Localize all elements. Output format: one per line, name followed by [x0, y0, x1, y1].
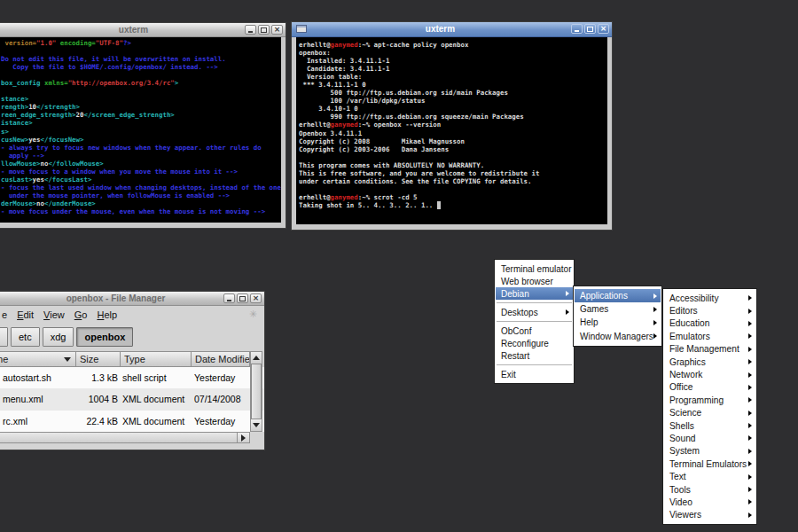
menu-item-desktops[interactable]: Desktops	[496, 306, 573, 318]
vim-window-titlebar[interactable]: uxterm ×	[0, 23, 286, 37]
vertical-scrollbar[interactable]	[250, 351, 262, 432]
menu-item-help[interactable]: Help	[575, 316, 661, 329]
menu-item-web-browser[interactable]: Web browser	[496, 275, 573, 287]
terminal-text-segment: istance>	[1, 119, 33, 127]
terminal-text-segment: no	[36, 200, 44, 207]
menu-item-label: Education	[669, 318, 709, 328]
menu-item-education[interactable]: Education	[664, 317, 755, 330]
menu-item-system[interactable]: System	[664, 445, 755, 458]
menu-item-applications[interactable]: Applications	[575, 289, 661, 302]
path-button-root[interactable]	[0, 327, 8, 347]
horizontal-scrollbar-thumb[interactable]	[0, 433, 239, 442]
terminal-text-segment: llowMouse>	[1, 160, 41, 168]
menu-item-exit[interactable]: Exit	[496, 368, 573, 380]
file-name: menu.xml	[0, 394, 76, 404]
menu-item-label: Video	[669, 497, 692, 507]
terminal-line: istance>	[1, 119, 281, 127]
scroll-down-button[interactable]	[251, 419, 262, 431]
terminal-text-segment: cusNew>	[1, 136, 28, 144]
terminal-line: Candidate: 3.4.11.1-1	[299, 65, 607, 73]
menu-item-editors[interactable]: Editors	[664, 304, 755, 317]
terminal-line: This is free software, and you are welco…	[299, 169, 607, 177]
terminal-window-titlebar[interactable]: uxterm ×	[292, 22, 612, 37]
file-manager-window: openbox - File Manager × eEditViewGoHelp…	[0, 291, 265, 450]
menu-item-terminal-emulator[interactable]: Terminal emulator	[496, 262, 573, 275]
minimize-button[interactable]	[571, 24, 583, 34]
menu-item-label: Office	[669, 382, 692, 392]
column-header-type[interactable]: Type	[121, 351, 192, 367]
column-header-ame[interactable]: ame	[0, 351, 76, 367]
menu-separator	[496, 318, 573, 325]
file-row-rc-xml[interactable]: rc.xml22.4 kBXML documentYesterday	[0, 411, 264, 432]
menubar-item-help[interactable]: Help	[97, 309, 117, 320]
shell-terminal-content[interactable]: erhellt@ganymed:~% apt-cache policy open…	[296, 37, 607, 224]
maximize-icon	[261, 27, 267, 33]
file-size: 1.3 kB	[76, 372, 121, 383]
file-row-menu-xml[interactable]: menu.xml1004 BXML document07/14/2008	[0, 388, 264, 410]
menubar-item-e[interactable]: e	[2, 309, 7, 320]
menu-item-programming[interactable]: Programming	[664, 394, 755, 406]
menu-item-office[interactable]: Office	[664, 381, 755, 394]
menu-item-video[interactable]: Video	[664, 496, 755, 508]
menu-item-games[interactable]: Games	[575, 302, 661, 316]
menu-item-accessibility[interactable]: Accessibility	[664, 292, 755, 304]
file-manager-titlebar[interactable]: openbox - File Manager ×	[0, 292, 264, 306]
menu-item-file-management[interactable]: File Management	[664, 343, 755, 356]
menubar-item-view[interactable]: View	[43, 309, 65, 320]
menu-item-science[interactable]: Science	[664, 407, 755, 419]
menubar-item-go[interactable]: Go	[74, 309, 88, 320]
column-header-date-modifie[interactable]: Date Modifie	[192, 351, 250, 367]
menu-item-shells[interactable]: Shells	[664, 419, 755, 432]
menu-item-obconf[interactable]: ObConf	[496, 325, 573, 337]
scroll-up-button[interactable]	[251, 352, 262, 364]
menu-item-window-managers[interactable]: Window Managers	[575, 330, 661, 343]
minimize-button[interactable]	[223, 293, 235, 303]
close-button[interactable]: ×	[598, 24, 609, 34]
terminal-text-segment: reen_edge_strength>	[1, 111, 76, 119]
close-button[interactable]: ×	[250, 293, 262, 303]
vertical-scrollbar-thumb[interactable]	[251, 364, 262, 419]
close-button[interactable]: ×	[271, 25, 283, 35]
menu-item-tools[interactable]: Tools	[664, 483, 755, 496]
path-button-xdg[interactable]: xdg	[43, 327, 74, 347]
menu-item-emulators[interactable]: Emulators	[664, 330, 755, 342]
menu-item-viewers[interactable]: Viewers	[664, 509, 755, 521]
terminal-line: stance>	[1, 95, 281, 103]
terminal-text-segment: under certain conditions. See the file C…	[299, 177, 532, 185]
terminal-text-segment: Copyright (c) 2003-2006 Dana Jansens	[299, 145, 449, 153]
terminal-text-segment: </underMouse>	[44, 200, 96, 207]
vim-editor-content[interactable]: version="1.0" encoding="UTF-8"?> Do not …	[0, 37, 281, 223]
maximize-button[interactable]	[584, 24, 596, 34]
menu-item-terminal-emulators[interactable]: Terminal Emulators	[664, 458, 755, 470]
menu-item-sound[interactable]: Sound	[664, 432, 755, 444]
horizontal-scrollbar[interactable]	[0, 432, 250, 443]
terminal-line: rength>10</strength>	[1, 103, 281, 111]
terminal-text-segment: "1.0"	[36, 39, 56, 47]
debian-submenu: ApplicationsGamesHelpWindow Managers	[573, 286, 662, 347]
menu-item-restart[interactable]: Restart	[496, 349, 573, 362]
menu-item-debian[interactable]: Debian	[496, 287, 573, 300]
scroll-right-button[interactable]	[237, 433, 249, 442]
path-button-etc[interactable]: etc	[11, 327, 40, 347]
path-button-openbox[interactable]: openbox	[76, 327, 133, 347]
close-icon: ×	[600, 25, 607, 33]
menu-item-label: Web browser	[501, 277, 553, 286]
sort-descending-icon	[64, 357, 71, 362]
file-name: rc.xml	[0, 416, 76, 426]
terminal-text-segment: Do not edit this file, it will be overwr…	[1, 55, 226, 63]
menu-item-text[interactable]: Text	[664, 470, 755, 482]
maximize-button[interactable]	[258, 25, 270, 35]
menubar-item-edit[interactable]: Edit	[17, 309, 34, 320]
column-header-size[interactable]: Size	[76, 351, 121, 367]
terminal-text-segment: ganymed	[331, 41, 358, 49]
menu-item-label: Graphics	[669, 357, 706, 367]
file-type: XML document	[121, 416, 192, 426]
desktop[interactable]: uxterm × version="1.0" encoding="UTF-8"?…	[0, 0, 798, 532]
minimize-button[interactable]	[245, 25, 256, 35]
menu-item-label: Accessibility	[669, 293, 718, 303]
file-row-autostart-sh[interactable]: autostart.sh1.3 kBshell scriptYesterday	[0, 367, 264, 388]
menu-item-network[interactable]: Network	[664, 368, 755, 380]
maximize-button[interactable]	[237, 293, 248, 303]
menu-item-graphics[interactable]: Graphics	[664, 356, 755, 368]
menu-item-reconfigure[interactable]: Reconfigure	[496, 337, 573, 349]
